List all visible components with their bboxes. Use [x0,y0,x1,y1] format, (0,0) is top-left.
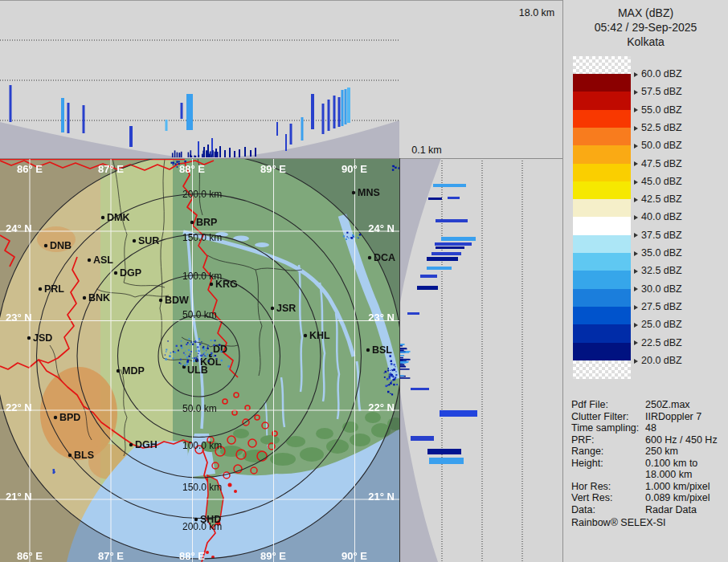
echo-bar [411,388,429,390]
echo-speck [187,360,189,361]
city-label: DGP [120,267,141,279]
echo-speck [400,352,410,353]
echo-speck [396,384,398,385]
echo-speck [179,362,181,364]
echo-speck [346,232,348,234]
echo-speck [184,161,186,162]
echo-speck [227,365,230,368]
echo-speck [201,355,202,356]
scale-swatch [573,145,631,164]
echo-speck [346,238,347,240]
echo-speck [400,375,404,377]
echo-speck [181,152,182,157]
echo-speck [186,356,188,358]
echo-speck [210,151,211,157]
city-label: MDP [122,365,145,377]
info-row: Clutter Filter:IIRDoppler 7 [571,411,726,422]
echo-speck [185,354,186,356]
city-dot [366,348,370,352]
echo-speck [357,237,358,238]
echo-bar [440,410,477,417]
echo-speck [385,385,387,387]
radar-application-window: 18.0 km 0.1 km [0,0,728,562]
echo-speck [392,369,394,371]
city-label: KRG [215,279,238,290]
echo-speck [211,340,212,341]
scale-swatch [573,360,631,379]
echo-speck [394,364,395,365]
echo-speck [198,353,198,354]
echo-bar [448,197,460,199]
scale-swatch [573,199,631,218]
lon-label: 88° E [179,163,205,175]
city-label: BRP [196,217,217,228]
echo-bar [255,148,256,157]
echo-speck [197,356,198,356]
city-label: SHD [200,514,221,525]
echo-speck [202,353,204,355]
echo-speck [217,152,219,157]
echo-speck [197,346,198,348]
echo-speck [176,345,178,347]
echo-speck [178,161,180,163]
echo-speck [215,151,217,157]
echo-speck [391,393,393,395]
echo-speck [354,236,355,238]
city-label: DNB [50,240,72,251]
echo-bar [322,104,325,134]
echo-speck [395,167,396,169]
scale-swatch [573,128,631,146]
echo-speck [385,371,386,373]
echo-speck [180,359,182,360]
echo-bar [166,120,168,131]
echo-speck [196,357,197,358]
echo-speck [194,340,196,342]
info-row: Pdf File:250Z.max [571,399,726,410]
echo-speck [343,235,345,237]
echo-speck [202,348,204,350]
scale-label: 55.0 dBZ [634,104,682,116]
city-dot [114,271,117,275]
city-dot [159,299,162,302]
echo-bar [428,198,442,200]
echo-speck [191,156,193,157]
info-row: Height:0.100 km to [571,458,726,469]
echo-bar [427,257,458,261]
echo-speck [207,354,208,356]
city-dot [117,369,120,373]
info-row: 18.000 km [571,469,726,480]
echo-bar [342,90,344,126]
echo-speck [170,352,171,354]
echo-speck [178,163,180,165]
lat-label: 24° N [368,222,395,234]
legend-panel: MAX (dBZ) 05:42 / 29-Sep-2025 Kolkata 60… [562,0,728,562]
radar-map: 86° E86° E87° E87° E88° E88° E89° E89° E… [0,153,403,562]
echo-speck [208,152,210,157]
ring-label: 50.0 km [182,403,217,414]
echo-speck [400,357,403,359]
echo-speck [201,341,202,342]
scale-label: 60.0 dBZ [634,68,682,79]
echo-bar [186,94,193,130]
scale-label: 32.5 dBZ [634,265,682,276]
echo-speck [221,351,223,352]
echo-speck [388,384,390,385]
top-profile-panel [0,0,562,158]
echo-speck [204,355,206,356]
lat-label: 23° N [368,312,395,324]
scale-swatch [573,110,631,128]
software-brand: Rainbow® SELEX-SI [571,517,666,528]
echo-bar [333,96,336,128]
echo-speck [214,340,215,341]
echo-speck [393,369,395,371]
echo-speck [203,154,205,157]
city-dot [39,287,42,291]
city-label: DMK [107,212,129,223]
echo-speck [166,351,166,352]
city-dot [101,216,104,219]
city-dot [27,336,31,340]
echo-speck [202,154,203,157]
echo-bar [285,134,287,151]
lon-label: 86° E [17,550,43,562]
echo-bar [234,151,235,157]
